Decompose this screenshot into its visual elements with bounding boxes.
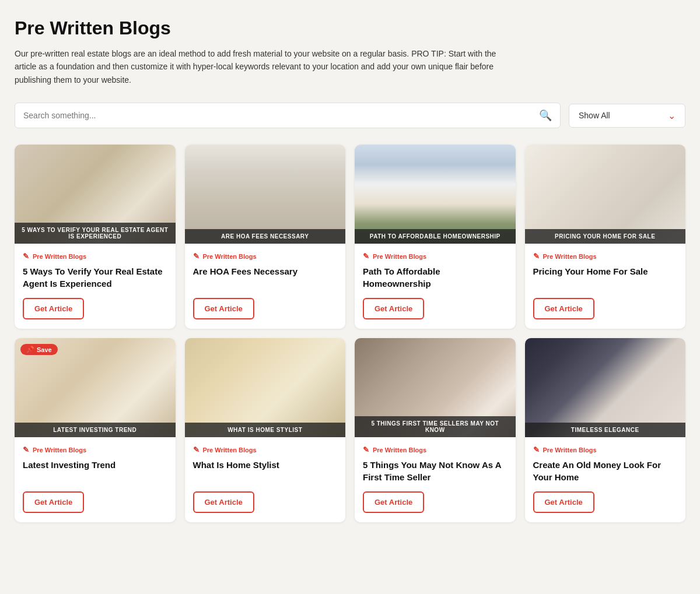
card-image-label: PATH TO AFFORDABLE HOMEOWNERSHIP (355, 229, 516, 244)
card-title: Pricing Your Home For Sale (533, 265, 678, 290)
category-label: Pre Written Blogs (33, 253, 86, 260)
save-label: Save (37, 346, 52, 353)
card-image-label: TIMELESS ELEGANCE (525, 423, 686, 437)
card-image-wrapper: 5 WAYS TO VERIFY YOUR REAL ESTATE AGENT … (15, 145, 176, 244)
category-icon: ✎ (193, 252, 200, 261)
card-image-wrapper: ARE HOA FEES NECESSARY (185, 145, 346, 244)
card-category: ✎Pre Written Blogs (533, 252, 678, 261)
get-article-button[interactable]: Get Article (193, 491, 254, 513)
card-title: Create An Old Money Look For Your Home (533, 459, 678, 483)
cards-row-2: 📌SaveLATEST INVESTING TREND✎Pre Written … (15, 338, 685, 522)
pin-icon: 📌 (26, 346, 34, 353)
article-card: 5 THINGS FIRST TIME SELLERS MAY NOT KNOW… (355, 338, 516, 522)
article-card: PRICING YOUR HOME FOR SALE✎Pre Written B… (525, 145, 686, 329)
card-image-wrapper: PATH TO AFFORDABLE HOMEOWNERSHIP (355, 145, 516, 244)
card-body: ✎Pre Written BlogsLatest Investing Trend… (15, 437, 176, 522)
card-category: ✎Pre Written Blogs (363, 445, 508, 454)
category-label: Pre Written Blogs (203, 447, 257, 454)
card-image-wrapper: 📌SaveLATEST INVESTING TREND (15, 338, 176, 437)
card-title: Are HOA Fees Necessary (193, 265, 338, 290)
card-title: 5 Ways To Verify Your Real Estate Agent … (23, 265, 167, 290)
get-article-button[interactable]: Get Article (23, 298, 84, 319)
card-image-wrapper: WHAT IS HOME STYLIST (185, 338, 346, 437)
card-body: ✎Pre Written BlogsPath To Affordable Hom… (355, 244, 516, 329)
category-label: Pre Written Blogs (373, 447, 426, 454)
get-article-button[interactable]: Get Article (363, 491, 424, 513)
save-badge[interactable]: 📌Save (20, 344, 58, 355)
card-body: ✎Pre Written BlogsCreate An Old Money Lo… (525, 437, 686, 522)
article-card: 5 WAYS TO VERIFY YOUR REAL ESTATE AGENT … (15, 145, 176, 329)
category-icon: ✎ (363, 252, 369, 261)
card-body: ✎Pre Written Blogs5 Things You May Not K… (355, 437, 516, 522)
card-body: ✎Pre Written BlogsWhat Is Home StylistGe… (185, 437, 346, 522)
category-label: Pre Written Blogs (543, 253, 597, 260)
category-icon: ✎ (23, 445, 29, 454)
filter-dropdown[interactable]: Show All ⌄ (569, 104, 685, 128)
card-title: Path To Affordable Homeownership (363, 265, 508, 290)
cards-row-1: 5 WAYS TO VERIFY YOUR REAL ESTATE AGENT … (15, 145, 685, 329)
category-icon: ✎ (533, 252, 540, 261)
card-body: ✎Pre Written BlogsAre HOA Fees Necessary… (185, 244, 346, 329)
card-image-label: LATEST INVESTING TREND (15, 423, 176, 437)
card-image-wrapper: TIMELESS ELEGANCE (525, 338, 686, 437)
filter-label: Show All (579, 111, 610, 120)
search-icon[interactable]: 🔍 (539, 109, 552, 122)
get-article-button[interactable]: Get Article (533, 298, 594, 319)
article-card: TIMELESS ELEGANCE✎Pre Written BlogsCreat… (525, 338, 686, 522)
get-article-button[interactable]: Get Article (533, 491, 594, 513)
category-label: Pre Written Blogs (203, 253, 257, 260)
card-image-wrapper: 5 THINGS FIRST TIME SELLERS MAY NOT KNOW (355, 338, 516, 437)
card-body: ✎Pre Written BlogsPricing Your Home For … (525, 244, 686, 329)
category-label: Pre Written Blogs (373, 253, 426, 260)
card-title: What Is Home Stylist (193, 459, 338, 483)
page-title: Pre Written Blogs (15, 17, 685, 39)
card-image-label: 5 WAYS TO VERIFY YOUR REAL ESTATE AGENT … (15, 223, 176, 244)
card-title: Latest Investing Trend (23, 459, 167, 483)
category-icon: ✎ (193, 445, 200, 454)
category-label: Pre Written Blogs (543, 447, 597, 454)
category-label: Pre Written Blogs (33, 447, 86, 454)
get-article-button[interactable]: Get Article (193, 298, 254, 319)
article-card: ARE HOA FEES NECESSARY✎Pre Written Blogs… (185, 145, 346, 329)
card-image-label: ARE HOA FEES NECESSARY (185, 229, 346, 244)
article-card: PATH TO AFFORDABLE HOMEOWNERSHIP✎Pre Wri… (355, 145, 516, 329)
get-article-button[interactable]: Get Article (23, 491, 84, 513)
card-body: ✎Pre Written Blogs5 Ways To Verify Your … (15, 244, 176, 329)
search-input[interactable] (23, 111, 539, 120)
category-icon: ✎ (23, 252, 29, 261)
card-category: ✎Pre Written Blogs (363, 252, 508, 261)
card-image-label: PRICING YOUR HOME FOR SALE (525, 229, 686, 244)
page-description: Our pre-written real estate blogs are an… (15, 47, 516, 86)
search-wrapper: 🔍 (15, 103, 561, 128)
article-card: 📌SaveLATEST INVESTING TREND✎Pre Written … (15, 338, 176, 522)
category-icon: ✎ (363, 445, 369, 454)
category-icon: ✎ (533, 445, 540, 454)
card-category: ✎Pre Written Blogs (193, 445, 338, 454)
chevron-down-icon: ⌄ (668, 110, 676, 121)
card-image-wrapper: PRICING YOUR HOME FOR SALE (525, 145, 686, 244)
card-image-label: 5 THINGS FIRST TIME SELLERS MAY NOT KNOW (355, 416, 516, 437)
card-category: ✎Pre Written Blogs (193, 252, 338, 261)
get-article-button[interactable]: Get Article (363, 298, 424, 319)
article-card: WHAT IS HOME STYLIST✎Pre Written BlogsWh… (185, 338, 346, 522)
card-category: ✎Pre Written Blogs (23, 445, 167, 454)
toolbar: 🔍 Show All ⌄ (15, 103, 685, 128)
card-image-label: WHAT IS HOME STYLIST (185, 423, 346, 437)
card-category: ✎Pre Written Blogs (23, 252, 167, 261)
card-title: 5 Things You May Not Know As A First Tim… (363, 459, 508, 483)
card-category: ✎Pre Written Blogs (533, 445, 678, 454)
